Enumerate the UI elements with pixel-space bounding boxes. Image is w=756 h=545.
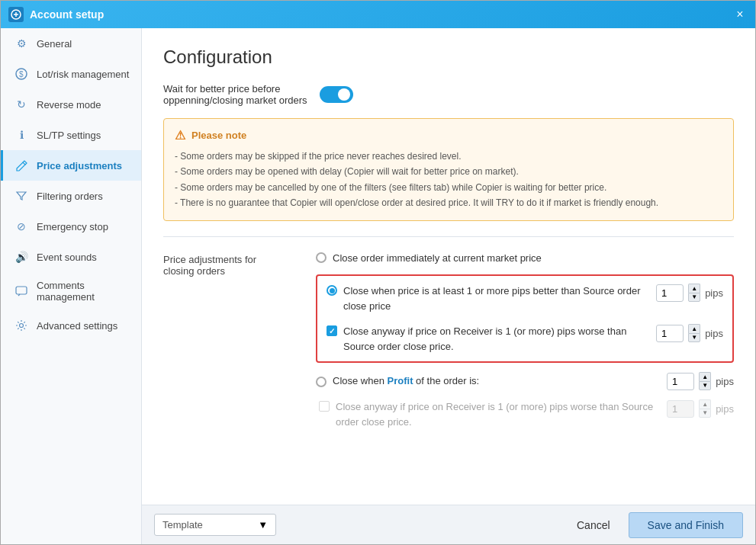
info-icon: ℹ bbox=[14, 127, 29, 143]
chevron-down-icon: ▼ bbox=[258, 519, 268, 531]
sidebar-item-reverse[interactable]: ↻ Reverse mode bbox=[1, 89, 141, 120]
cancel-button[interactable]: Cancel bbox=[558, 513, 629, 537]
spinner-group-profit: ▲ ▼ pips bbox=[667, 372, 734, 390]
spinner-anyway-up[interactable]: ▲ bbox=[688, 324, 700, 333]
option-text-immediate: Close order immediately at current marke… bbox=[333, 251, 734, 266]
sidebar-item-label: Event sounds bbox=[37, 252, 97, 263]
divider bbox=[163, 236, 734, 237]
window: Account setup × ⚙ General $ Lot/risk man… bbox=[0, 0, 756, 545]
pips-label-anyway: pips bbox=[705, 328, 723, 339]
spinner-anyway-profit-down: ▼ bbox=[699, 409, 711, 418]
option-close-anyway: Close anyway if price on Receiver is 1 (… bbox=[327, 324, 723, 354]
spinner-profit-input[interactable] bbox=[667, 373, 694, 390]
checkbox-anyway[interactable] bbox=[327, 325, 337, 336]
sidebar-item-label: Emergency stop bbox=[37, 221, 108, 232]
titlebar: Account setup × bbox=[1, 1, 755, 28]
pencil-icon bbox=[14, 158, 29, 173]
sidebar-item-label: Filtering orders bbox=[37, 191, 103, 202]
gear-icon: ⚙ bbox=[14, 36, 29, 51]
sidebar-item-label: Comments management bbox=[37, 280, 130, 303]
money-icon: $ bbox=[14, 66, 29, 82]
note-line-1: - Some orders may be skipped if the pric… bbox=[175, 151, 462, 162]
main-area: Configuration Wait for better price befo… bbox=[142, 28, 755, 544]
template-label: Template bbox=[162, 519, 253, 531]
option-text-profit: Close when Profit of the order is: bbox=[333, 373, 661, 389]
advanced-gear-icon bbox=[14, 318, 29, 333]
sidebar-item-sltp[interactable]: ℹ SL/TP settings bbox=[1, 120, 141, 150]
pips-label-better: pips bbox=[705, 287, 723, 299]
sidebar: ⚙ General $ Lot/risk management ↻ Revers… bbox=[1, 28, 142, 544]
sidebar-item-emergency[interactable]: ⊘ Emergency stop bbox=[1, 211, 141, 242]
app-icon bbox=[8, 7, 24, 22]
note-header: ⚠ Please note bbox=[175, 128, 722, 143]
sidebar-item-general[interactable]: ⚙ General bbox=[1, 28, 141, 59]
sidebar-item-label: Lot/risk management bbox=[37, 69, 129, 80]
footer: Template ▼ Cancel Save and Finish bbox=[142, 505, 755, 544]
sidebar-item-label: Price adjustments bbox=[37, 160, 122, 172]
spinner-group-anyway-profit: ▲ ▼ pips bbox=[667, 399, 734, 418]
option-close-anyway-profit: Close anyway if price on Receiver is 1 (… bbox=[319, 399, 734, 429]
note-box: ⚠ Please note - Some orders may be skipp… bbox=[163, 118, 734, 221]
spinner-group-better: ▲ ▼ pips bbox=[656, 284, 723, 302]
option-text-better: Close when price is at least 1 or more p… bbox=[343, 284, 650, 313]
svg-text:$: $ bbox=[19, 70, 24, 79]
radio-close-immediate[interactable] bbox=[316, 252, 327, 263]
sidebar-item-label: SL/TP settings bbox=[37, 130, 101, 141]
spinner-profit-buttons: ▲ ▼ bbox=[699, 372, 711, 390]
toggle-row: Wait for better price beforeoppenning/cl… bbox=[163, 83, 734, 106]
template-select[interactable]: Template ▼ bbox=[154, 514, 276, 536]
toggle-label: Wait for better price beforeoppenning/cl… bbox=[163, 83, 307, 106]
note-title: Please note bbox=[191, 130, 246, 141]
warning-icon: ⚠ bbox=[175, 128, 185, 143]
spinner-profit-up[interactable]: ▲ bbox=[699, 372, 711, 381]
pips-label-profit: pips bbox=[716, 376, 734, 387]
reverse-icon: ↻ bbox=[14, 97, 29, 112]
radio-close-profit[interactable] bbox=[316, 377, 327, 387]
wait-price-toggle[interactable] bbox=[320, 86, 353, 103]
section-label: Price adjustments forclosing orders bbox=[163, 251, 301, 439]
sidebar-item-price-adj[interactable]: Price adjustments bbox=[1, 150, 141, 181]
spinner-anyway-buttons: ▲ ▼ bbox=[688, 324, 700, 342]
spinner-better-input[interactable] bbox=[656, 284, 684, 302]
option-text-anyway: Close anyway if price on Receiver is 1 (… bbox=[343, 324, 650, 354]
config-section: Price adjustments forclosing orders Clos… bbox=[163, 251, 734, 439]
sidebar-item-label: General bbox=[37, 38, 72, 50]
titlebar-title: Account setup bbox=[30, 8, 732, 21]
comment-icon bbox=[14, 284, 29, 299]
page-title: Configuration bbox=[163, 46, 734, 68]
spinner-profit-down[interactable]: ▼ bbox=[699, 381, 711, 390]
spinner-anyway-profit-up: ▲ bbox=[699, 399, 711, 409]
radio-close-better[interactable] bbox=[327, 285, 337, 296]
sidebar-item-lot-risk[interactable]: $ Lot/risk management bbox=[1, 59, 141, 89]
stop-icon: ⊘ bbox=[14, 219, 29, 234]
sidebar-item-events[interactable]: 🔊 Event sounds bbox=[1, 242, 141, 272]
option-text-anyway-profit: Close anyway if price on Receiver is 1 (… bbox=[336, 399, 661, 429]
spinner-better-down[interactable]: ▼ bbox=[688, 293, 700, 302]
spinner-anyway-profit-buttons: ▲ ▼ bbox=[699, 399, 711, 418]
option-close-better: Close when price is at least 1 or more p… bbox=[327, 284, 723, 313]
spinner-better-buttons: ▲ ▼ bbox=[688, 284, 700, 302]
sidebar-item-advanced[interactable]: Advanced settings bbox=[1, 310, 141, 341]
pips-label-anyway-profit: pips bbox=[716, 403, 734, 415]
spinner-anyway-profit-input bbox=[667, 400, 694, 418]
spinner-anyway-down[interactable]: ▼ bbox=[688, 333, 700, 342]
sidebar-item-filtering[interactable]: Filtering orders bbox=[1, 181, 141, 211]
sidebar-item-label: Advanced settings bbox=[37, 320, 117, 332]
note-line-2: - Some orders may be opened with delay (… bbox=[175, 166, 519, 177]
body: ⚙ General $ Lot/risk management ↻ Revers… bbox=[1, 28, 755, 544]
note-line-3: - Some orders may be cancelled by one of… bbox=[175, 182, 606, 193]
options-area: Close order immediately at current marke… bbox=[316, 251, 734, 439]
option-close-immediate: Close order immediately at current marke… bbox=[316, 251, 734, 266]
spinner-better-up[interactable]: ▲ bbox=[688, 284, 700, 293]
spinner-anyway-input[interactable] bbox=[656, 325, 684, 342]
checkbox-anyway-profit bbox=[319, 401, 330, 412]
sidebar-item-label: Reverse mode bbox=[37, 99, 101, 111]
svg-rect-3 bbox=[16, 287, 27, 294]
sidebar-item-comments[interactable]: Comments management bbox=[1, 272, 141, 310]
save-button[interactable]: Save and Finish bbox=[629, 512, 743, 538]
note-text: - Some orders may be skipped if the pric… bbox=[175, 149, 722, 211]
close-button[interactable]: × bbox=[732, 7, 748, 22]
note-line-4: - There is no guarantee that Copier will… bbox=[175, 197, 658, 208]
option-close-profit: Close when Profit of the order is: ▲ ▼ p… bbox=[316, 372, 734, 390]
sound-icon: 🔊 bbox=[14, 249, 29, 264]
